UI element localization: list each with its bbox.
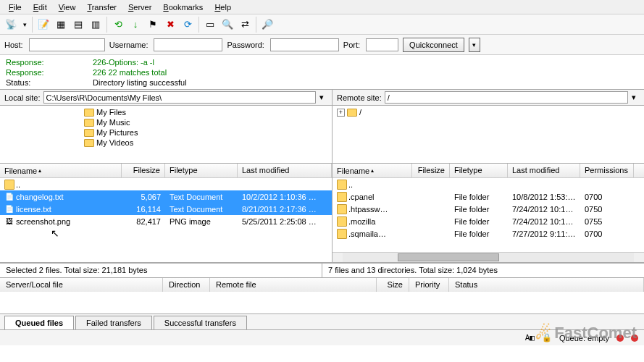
tab-failed[interactable]: Failed transfers [75,316,152,329]
folder-icon [337,192,347,202]
remote-site-label: Remote site: [337,93,382,102]
file-panes: Local site: ▾ My Files My Music My Pictu… [0,90,644,262]
remote-tree[interactable]: +/ [333,106,644,164]
toolbar: 📡 ▾ 📝 ▦ ▤ ▥ ⟲ ↓ ⚑ ✖ ⟳ ▭ 🔍 ⇄ 🔎 [0,14,644,35]
folder-icon [84,129,94,137]
list-item[interactable]: 📄changelog.txt5,067Text Document10/2/201… [0,190,332,203]
folder-icon [84,109,94,117]
folder-icon [84,139,94,147]
tab-successful[interactable]: Successful transfers [154,316,247,329]
col-modified[interactable]: Last modified [508,164,580,177]
menu-help[interactable]: Help [209,1,237,12]
col-permissions[interactable]: Permissions [580,164,634,177]
folder-icon [84,119,94,127]
menu-view[interactable]: View [53,1,82,12]
port-input[interactable] [366,38,398,51]
disconnect-icon[interactable]: ✖ [162,17,178,33]
dropdown-icon[interactable]: ▾ [628,93,640,102]
local-site-label: Local site: [4,93,41,102]
local-tree[interactable]: My Files My Music My Pictures My Videos [0,106,332,164]
tab-queued[interactable]: Queued files [4,316,74,329]
horizontal-scrollbar[interactable] [333,252,644,262]
text-file-icon: 📄 [4,192,14,202]
local-list-header: Filename▴ Filesize Filetype Last modifie… [0,164,332,178]
status-split: Selected 2 files. Total size: 21,181 byt… [0,262,644,277]
user-input[interactable] [154,38,222,51]
list-item[interactable]: .cpanelFile folder10/8/2012 1:53:…0700 [333,190,644,203]
toggle-queue-icon[interactable]: ▤ [70,17,86,33]
col-direction[interactable]: Direction [163,278,210,292]
col-modified[interactable]: Last modified [238,164,332,177]
folder-icon [337,204,347,214]
col-filesize[interactable]: Filesize [412,164,450,177]
toggle-tree-icon[interactable]: ▦ [53,17,69,33]
remote-list-header: Filename▴ Filesize Filetype Last modifie… [333,164,644,178]
menu-bookmarks[interactable]: Bookmarks [157,1,209,12]
col-size[interactable]: Size [377,278,409,292]
list-item[interactable]: .. [333,178,644,190]
toggle-log-icon[interactable]: 📝 [35,17,51,33]
sitemanager-icon[interactable]: 📡 [3,17,19,33]
sitemanager-drop-icon[interactable]: ▾ [20,17,29,33]
user-label: Username: [109,41,149,49]
list-item[interactable]: 🖼screenshot.png82,417PNG image5/25/2011 … [0,215,332,227]
log-label: Response: [6,67,93,77]
list-item[interactable]: 📄license.txt16,114Text Document8/21/2011… [0,203,332,215]
cancel-icon[interactable]: ⚑ [145,17,161,33]
tree-item[interactable]: My Music [96,118,130,127]
search-icon[interactable]: 🔎 [259,17,275,33]
tree-item[interactable]: / [359,108,361,117]
text-file-icon: 📄 [4,204,14,214]
list-item[interactable]: .htpassw…File folder7/24/2012 10:1…0750 [333,203,644,215]
remote-file-list[interactable]: .. .cpanelFile folder10/8/2012 1:53:…070… [333,178,644,252]
col-server-local[interactable]: Server/Local file [0,278,163,292]
log-text: Directory listing successful [93,77,187,88]
message-log: Response:226-Options: -a -l Response:226… [0,55,644,90]
log-text: 226-Options: -a -l [93,57,154,67]
menu-bar: File Edit View Transfer Server Bookmarks… [0,0,644,14]
local-path-input[interactable] [43,91,316,104]
col-filetype[interactable]: Filetype [450,164,508,177]
queue-body[interactable] [0,292,644,313]
folder-icon [337,229,347,239]
host-label: Host: [4,41,23,49]
folder-icon [337,216,347,227]
list-item[interactable]: .mozillaFile folder7/24/2012 10:1…0755 [333,215,644,227]
menu-server[interactable]: Server [122,1,157,12]
col-status[interactable]: Status [449,278,644,292]
pass-input[interactable] [270,38,339,51]
remote-status: 7 files and 13 directories. Total size: … [322,263,644,277]
filter-icon[interactable]: ▭ [202,17,218,33]
col-priority[interactable]: Priority [409,278,449,292]
col-remote-file[interactable]: Remote file [210,278,377,292]
col-filetype[interactable]: Filetype [165,164,238,177]
tree-item[interactable]: My Videos [96,138,133,147]
tree-item[interactable]: My Pictures [96,128,138,137]
remote-path-input[interactable] [385,91,628,104]
list-item[interactable]: .sqmaila…File folder7/27/2012 9:11:…0700 [333,227,644,240]
col-filesize[interactable]: Filesize [122,164,165,177]
refresh-icon[interactable]: ⟲ [110,17,126,33]
col-filename[interactable]: Filename▴ [333,164,412,177]
reconnect-icon[interactable]: ⟳ [180,17,196,33]
folder-up-icon [4,180,14,190]
expander-icon[interactable]: + [337,109,345,117]
image-file-icon: 🖼 [4,216,14,227]
tree-item[interactable]: My Files [96,108,126,117]
host-input[interactable] [29,38,105,51]
encoding-icon: A◧ [525,333,535,342]
col-filename[interactable]: Filename▴ [0,164,122,177]
list-item[interactable]: .. [0,178,332,190]
local-file-list[interactable]: .. 📄changelog.txt5,067Text Document10/2/… [0,178,332,262]
dropdown-icon[interactable]: ▾ [316,93,327,102]
menu-file[interactable]: File [3,1,28,12]
quickconnect-button[interactable]: Quickconnect [403,38,464,52]
compare-icon[interactable]: 🔍 [219,17,235,33]
menu-edit[interactable]: Edit [28,1,53,12]
sync-icon[interactable]: ⇄ [237,17,253,33]
quickconnect-dropdown[interactable]: ▾ [469,38,480,52]
process-queue-icon[interactable]: ↓ [127,17,143,33]
toggle-dir-icon[interactable]: ▥ [88,17,104,33]
menu-transfer[interactable]: Transfer [81,1,122,12]
comet-icon: ☄ [535,323,551,343]
